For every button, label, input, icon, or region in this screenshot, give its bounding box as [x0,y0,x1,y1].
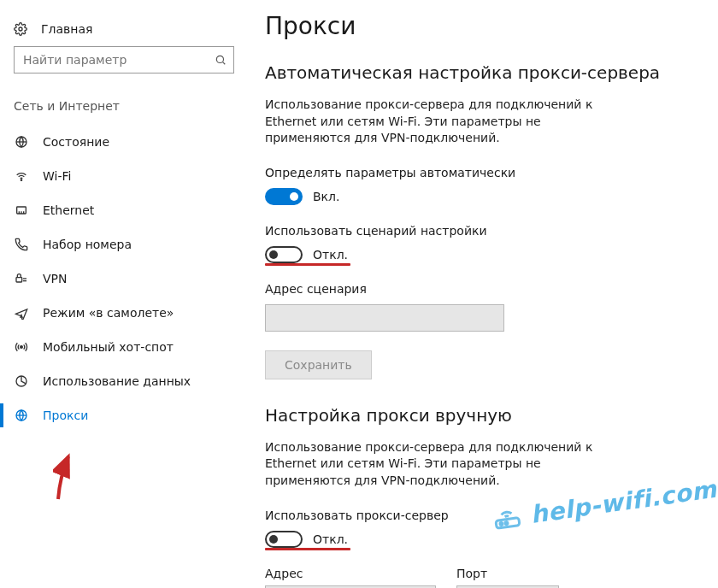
use-proxy-state: Откл. [313,532,348,546]
search-input-wrap [14,46,234,74]
data-usage-icon [14,374,29,388]
manual-section-heading: Настройка прокси вручную [265,405,701,426]
sidebar-item-wifi[interactable]: Wi-Fi [0,159,248,193]
use-script-row: Откл. [265,246,701,263]
gear-icon [14,22,27,36]
use-proxy-row: Откл. [265,531,701,548]
sidebar: Главная Сеть и Интернет Состояние Wi-Fi … [0,0,248,588]
ethernet-icon [14,203,29,217]
sidebar-item-label: Wi-Fi [43,169,71,183]
sidebar-home[interactable]: Главная [0,17,248,46]
manual-address-label: Адрес [265,567,436,580]
search-input[interactable] [14,46,234,74]
sidebar-home-label: Главная [41,22,92,36]
sidebar-item-label: Прокси [43,409,88,422]
status-icon [14,135,29,149]
sidebar-item-label: Режим «в самолете» [43,306,174,320]
sidebar-section-title: Сеть и Интернет [0,99,248,125]
auto-section-desc: Использование прокси-сервера для подключ… [265,97,615,147]
svg-point-11 [21,346,23,349]
main-content: Прокси Автоматическая настройка прокси-с… [248,0,718,588]
sidebar-item-label: Набор номера [43,238,132,251]
sidebar-item-airplane[interactable]: Режим «в самолете» [0,296,248,330]
detect-auto-row: Вкл. [265,188,701,205]
wifi-icon [14,169,29,183]
search-icon [214,53,227,67]
script-address-field: Адрес сценария [265,282,701,332]
manual-port-input[interactable] [456,585,559,588]
sidebar-item-hotspot[interactable]: Мобильный хот-спот [0,330,248,364]
svg-line-2 [223,62,226,65]
use-script-toggle[interactable] [265,246,303,263]
auto-section-heading: Автоматическая настройка прокси-сервера [265,62,701,83]
sidebar-item-label: Использование данных [43,374,191,388]
detect-auto-state: Вкл. [313,190,339,203]
sidebar-item-data-usage[interactable]: Использование данных [0,364,248,398]
use-proxy-label: Использовать прокси-сервер [265,509,701,522]
detect-auto-toggle[interactable] [265,188,303,205]
sidebar-item-ethernet[interactable]: Ethernet [0,193,248,227]
annotation-underline [265,263,350,266]
manual-section-desc: Использование прокси-сервера для подключ… [265,439,615,490]
use-script-state: Откл. [313,248,348,262]
proxy-icon [14,409,29,422]
sidebar-item-label: Ethernet [43,203,94,217]
sidebar-item-label: VPN [43,272,68,285]
sidebar-item-proxy[interactable]: Прокси [0,398,248,432]
svg-point-5 [21,179,21,180]
sidebar-item-status[interactable]: Состояние [0,125,248,159]
svg-point-0 [19,27,22,31]
sidebar-item-vpn[interactable]: VPN [0,262,248,296]
annotation-underline [265,548,350,550]
page-title: Прокси [265,12,701,40]
script-address-label: Адрес сценария [265,282,701,296]
detect-auto-label: Определять параметры автоматически [265,166,701,179]
manual-address-input[interactable] [265,585,436,588]
use-proxy-toggle[interactable] [265,531,303,548]
use-script-label: Использовать сценарий настройки [265,224,701,238]
manual-address-port: Адрес Порт [265,567,701,588]
dialup-icon [14,238,29,251]
vpn-icon [14,272,29,285]
sidebar-item-label: Состояние [43,135,109,149]
save-button[interactable]: Сохранить [265,350,372,379]
svg-rect-10 [16,278,22,282]
script-address-input[interactable] [265,304,504,332]
sidebar-item-label: Мобильный хот-спот [43,340,174,354]
sidebar-item-dialup[interactable]: Набор номера [0,227,248,262]
hotspot-icon [14,340,29,354]
svg-point-1 [216,56,223,62]
manual-port-label: Порт [456,567,559,580]
airplane-icon [14,306,29,320]
